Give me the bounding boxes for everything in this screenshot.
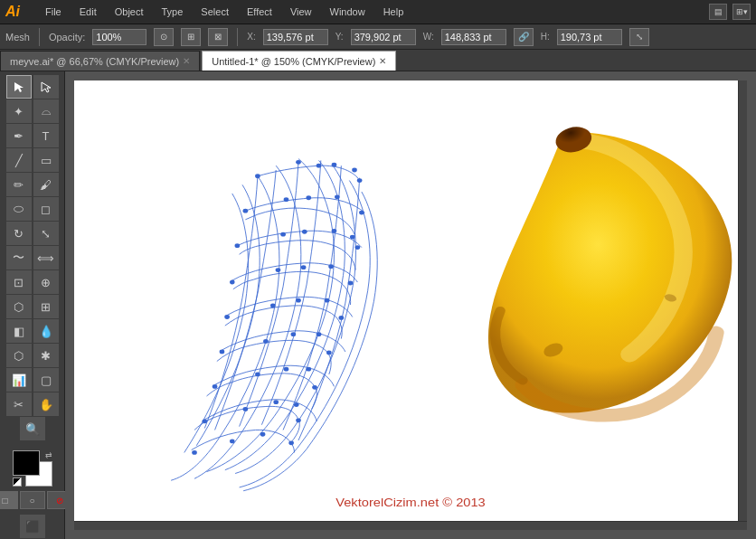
menu-type[interactable]: Type [158, 5, 187, 19]
reset-colors-icon[interactable] [13, 478, 22, 487]
width-tool[interactable]: ⟺ [33, 246, 59, 270]
stroke-mode-btn[interactable]: ○ [20, 491, 45, 509]
free-transform-tool[interactable]: ⊡ [6, 270, 32, 294]
svg-point-12 [230, 280, 235, 285]
shape-builder-tool[interactable]: ⊕ [33, 270, 59, 294]
svg-point-15 [224, 315, 230, 319]
blob-brush-tool[interactable]: ⬭ [6, 197, 32, 221]
eraser-tool[interactable]: ◻ [33, 197, 59, 221]
constrain-icon-btn[interactable]: ⤡ [629, 28, 649, 46]
blend-tool[interactable]: ⬡ [6, 344, 32, 367]
svg-point-21 [213, 384, 218, 389]
canvas-area[interactable]: VektorelCizim.net © 2013 [65, 71, 756, 539]
rotate-tool[interactable]: ↻ [6, 222, 32, 245]
svg-point-38 [301, 265, 307, 270]
tab-untitled[interactable]: Untitled-1* @ 150% (CMYK/Preview) ✕ [202, 51, 396, 71]
type-tool[interactable]: T [33, 124, 59, 147]
opacity-input[interactable] [92, 29, 146, 45]
magic-wand-tool[interactable]: ✦ [6, 99, 32, 123]
pen-tool[interactable]: ✒ [6, 124, 32, 147]
perspective-tool[interactable]: ⬡ [6, 295, 32, 318]
tab-meyve-close[interactable]: ✕ [183, 56, 190, 66]
mode-row: □ ○ ⊘ [0, 491, 72, 509]
menu-edit[interactable]: Edit [76, 5, 100, 19]
workspace-icon[interactable]: ⊞▾ [732, 4, 751, 20]
svg-point-19 [263, 339, 269, 344]
scrollbar-vertical[interactable] [738, 80, 747, 521]
watermark-text: VektorelCizim.net © 2013 [335, 496, 485, 509]
svg-point-27 [192, 450, 197, 455]
mesh-icon-btn[interactable]: ⊠ [208, 28, 228, 46]
svg-point-44 [284, 367, 289, 372]
lasso-tool[interactable]: ⌓ [33, 99, 59, 123]
link-icon-btn[interactable]: 🔗 [514, 28, 534, 46]
separator2 [237, 28, 238, 46]
gradient-tool[interactable]: ◧ [6, 319, 32, 343]
svg-point-17 [339, 316, 345, 320]
tool-row-7: ↻ ⤡ [0, 222, 64, 245]
svg-point-42 [291, 332, 297, 336]
w-label: W: [423, 32, 434, 42]
menu-effect[interactable]: Effect [243, 5, 276, 19]
svg-point-48 [260, 432, 266, 437]
svg-point-22 [255, 373, 260, 377]
tool-row-1 [0, 75, 64, 99]
scale-tool[interactable]: ⤡ [33, 222, 59, 245]
x-input[interactable] [263, 29, 328, 45]
svg-point-4 [317, 164, 322, 168]
banana-photo [488, 123, 732, 416]
scrollbar-horizontal[interactable] [74, 521, 747, 530]
selection-tool[interactable] [6, 75, 32, 99]
toolbox: ✦ ⌓ ✒ T ╱ ▭ ✏ 🖌 ⬭ ◻ ↻ ⤡ 〜 ⟺ [0, 71, 65, 539]
menu-view[interactable]: View [287, 5, 316, 19]
warp-tool[interactable]: 〜 [6, 246, 32, 270]
svg-point-24 [202, 419, 207, 423]
slice-tool[interactable]: ✂ [6, 392, 32, 416]
menu-window[interactable]: Window [326, 5, 369, 19]
w-input[interactable] [441, 29, 506, 45]
screen-mode-btn[interactable]: ⬛ [20, 515, 45, 538]
pencil-tool[interactable]: ✏ [6, 173, 32, 196]
menu-file[interactable]: File [42, 5, 65, 19]
eyedropper-tool[interactable]: 💧 [33, 319, 59, 343]
titlebar-icons: ▤ ⊞▾ [709, 4, 751, 20]
symbol-sprayer-tool[interactable]: ✱ [33, 344, 59, 367]
fill-mode-btn[interactable]: □ [0, 491, 18, 509]
menu-select[interactable]: Select [197, 5, 232, 19]
app-logo: Ai [5, 4, 33, 20]
tool-row-12: ⬡ ✱ [0, 344, 64, 367]
x-label: X: [247, 32, 255, 42]
svg-point-47 [294, 402, 299, 407]
foreground-color[interactable] [13, 450, 40, 476]
svg-point-10 [280, 232, 286, 237]
swap-colors-icon[interactable]: ⇄ [45, 450, 52, 459]
menu-object[interactable]: Object [111, 5, 147, 19]
h-input[interactable] [557, 29, 622, 45]
column-graph-tool[interactable]: 📊 [6, 368, 32, 392]
svg-point-26 [296, 418, 301, 422]
y-label: Y: [335, 32, 344, 42]
tab-untitled-close[interactable]: ✕ [379, 56, 386, 66]
tab-meyve[interactable]: meyve.ai* @ 66,67% (CMYK/Preview) ✕ [0, 51, 200, 71]
svg-point-39 [328, 264, 334, 269]
svg-point-8 [359, 211, 364, 215]
rectangle-tool[interactable]: ▭ [33, 148, 59, 172]
line-tool[interactable]: ╱ [6, 148, 32, 172]
tool-row-11: ◧ 💧 [0, 319, 64, 343]
menu-help[interactable]: Help [380, 5, 408, 19]
opacity-icon-btn[interactable]: ⊙ [154, 28, 174, 46]
svg-point-18 [220, 350, 225, 355]
arrange-icon[interactable]: ▤ [709, 4, 727, 20]
direct-selection-tool[interactable] [33, 75, 59, 99]
svg-point-13 [276, 268, 281, 272]
y-input[interactable] [351, 29, 416, 45]
svg-point-11 [355, 245, 361, 250]
artboard-tool[interactable]: ▢ [33, 368, 59, 392]
brush-tool[interactable]: 🖌 [33, 173, 59, 196]
grid-icon-btn[interactable]: ⊞ [181, 28, 201, 46]
mesh-tool[interactable]: ⊞ [33, 295, 59, 318]
mesh-wireframe [171, 159, 377, 491]
zoom-tool[interactable]: 🔍 [20, 417, 45, 440]
hand-tool[interactable]: ✋ [33, 392, 59, 416]
tool-row-13: 📊 ▢ [0, 368, 64, 392]
